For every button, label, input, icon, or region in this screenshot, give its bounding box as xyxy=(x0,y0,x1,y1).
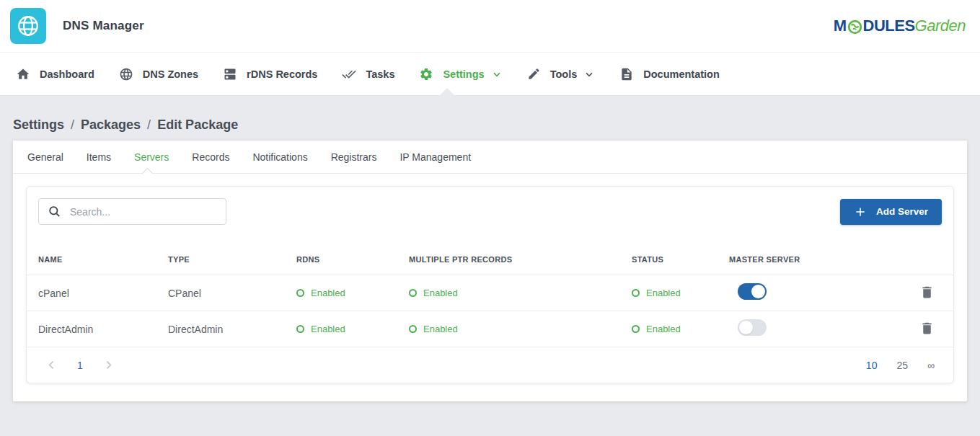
main-navbar: Dashboard DNS Zones rDNS Records Tasks S… xyxy=(0,52,980,96)
chevron-down-icon xyxy=(491,68,503,80)
table-header-row: NAME TYPE RDNS MULTIPLE PTR RECORDS STAT… xyxy=(27,244,953,275)
enabled-ring-icon xyxy=(409,289,417,297)
breadcrumb-packages[interactable]: Packages xyxy=(81,117,141,132)
logo-text-dules: DULES xyxy=(863,17,915,35)
chevron-down-icon xyxy=(583,68,595,80)
nav-item-tasks[interactable]: Tasks xyxy=(330,53,407,95)
breadcrumb-settings[interactable]: Settings xyxy=(13,117,64,132)
toggle-knob xyxy=(739,321,753,334)
column-header-name: NAME xyxy=(38,255,168,264)
gear-icon xyxy=(419,67,433,81)
tab-general[interactable]: General xyxy=(16,151,75,163)
toggle-knob xyxy=(751,285,765,298)
page-size-all[interactable]: ∞ xyxy=(927,360,935,371)
column-header-master-server: MASTER SERVER xyxy=(729,255,886,264)
column-header-type: TYPE xyxy=(168,255,296,264)
delete-server-button[interactable] xyxy=(918,283,936,303)
column-header-rdns: RDNS xyxy=(296,255,409,264)
table-row-directadmin: DirectAdmin DirectAdmin Enabled Enabled … xyxy=(27,311,953,347)
nav-item-rdns-records[interactable]: rDNS Records xyxy=(211,53,330,95)
breadcrumb-edit-package: Edit Package xyxy=(157,117,238,132)
page-number[interactable]: 1 xyxy=(77,360,83,371)
breadcrumb: Settings/Packages/Edit Package xyxy=(13,96,967,141)
add-server-button[interactable]: Add Server xyxy=(840,199,942,225)
previous-page-button[interactable] xyxy=(45,359,58,371)
plus-icon xyxy=(854,205,867,218)
chevron-right-icon xyxy=(102,359,115,371)
nav-item-settings[interactable]: Settings xyxy=(407,53,514,95)
page-size-10[interactable]: 10 xyxy=(866,360,878,371)
master-server-cell xyxy=(729,283,886,303)
breadcrumb-separator: / xyxy=(64,117,81,132)
double-check-icon xyxy=(342,67,356,81)
enabled-ring-icon xyxy=(632,289,640,297)
server-type: DirectAdmin xyxy=(168,324,296,335)
servers-toolbar: Add Server xyxy=(27,187,953,244)
active-nav-pointer xyxy=(439,88,455,96)
home-icon xyxy=(16,67,30,81)
nav-item-documentation[interactable]: Documentation xyxy=(607,53,732,95)
next-page-button[interactable] xyxy=(102,359,115,371)
logo-text-garden: Garden xyxy=(915,17,966,35)
master-server-toggle[interactable] xyxy=(738,283,767,300)
tab-items[interactable]: Items xyxy=(75,151,123,163)
pagination-pages: 1 xyxy=(45,359,115,371)
server-status: Enabled xyxy=(632,288,729,298)
enabled-ring-icon xyxy=(632,325,640,333)
breadcrumb-separator: / xyxy=(141,117,157,132)
master-server-toggle[interactable] xyxy=(738,319,767,336)
table-row-cpanel: cPanel CPanel Enabled Enabled Enabled xyxy=(27,275,953,311)
server-status: Enabled xyxy=(632,324,729,334)
globe-icon xyxy=(119,67,133,81)
column-header-status: STATUS xyxy=(632,255,729,264)
enabled-ring-icon xyxy=(409,325,417,333)
logo-globe-icon xyxy=(847,19,862,35)
nav-item-tools[interactable]: Tools xyxy=(515,53,608,95)
tab-servers[interactable]: Servers xyxy=(123,151,180,163)
chevron-left-icon xyxy=(45,359,58,371)
page-title: DNS Manager xyxy=(63,19,144,33)
edit-package-card: General Items Servers Records Notificati… xyxy=(13,141,967,401)
server-name: DirectAdmin xyxy=(38,324,168,335)
tab-records[interactable]: Records xyxy=(180,151,241,163)
active-tab-pointer xyxy=(142,168,154,179)
server-name: cPanel xyxy=(38,288,168,299)
app-header: DNS Manager M DULES Garden xyxy=(0,0,980,52)
search-input[interactable] xyxy=(70,206,217,218)
package-tabs: General Items Servers Records Notificati… xyxy=(13,141,967,174)
row-actions xyxy=(886,283,942,303)
page-size-25[interactable]: 25 xyxy=(896,360,908,371)
dns-icon xyxy=(223,67,237,81)
trash-icon xyxy=(919,321,935,336)
rdns-status: Enabled xyxy=(296,288,409,298)
search-icon xyxy=(48,205,61,218)
delete-server-button[interactable] xyxy=(918,319,936,339)
modulesgarden-logo: M DULES Garden xyxy=(834,17,966,35)
row-actions xyxy=(886,319,942,339)
document-icon xyxy=(619,67,634,81)
nav-item-dns-zones[interactable]: DNS Zones xyxy=(107,53,211,95)
pagination: 1 10 25 ∞ xyxy=(27,347,953,383)
logo-text-m: M xyxy=(834,17,847,35)
master-server-cell xyxy=(729,319,886,339)
tab-ip-management[interactable]: IP Management xyxy=(388,151,482,163)
dns-manager-globe-icon xyxy=(10,8,46,44)
multiple-ptr-status: Enabled xyxy=(409,324,632,334)
page-size-options: 10 25 ∞ xyxy=(866,360,935,371)
multiple-ptr-status: Enabled xyxy=(409,288,632,298)
page-content: Settings/Packages/Edit Package General I… xyxy=(0,96,980,401)
enabled-ring-icon xyxy=(296,289,304,297)
nav-item-dashboard[interactable]: Dashboard xyxy=(4,53,107,95)
servers-panel: Add Server NAME TYPE RDNS MULTIPLE PTR R… xyxy=(26,186,954,383)
search-box xyxy=(38,198,226,225)
rdns-status: Enabled xyxy=(296,324,409,334)
pencil-icon xyxy=(527,67,541,81)
enabled-ring-icon xyxy=(296,325,304,333)
tab-notifications[interactable]: Notifications xyxy=(241,151,319,163)
server-type: CPanel xyxy=(168,288,296,299)
column-header-multiple-ptr: MULTIPLE PTR RECORDS xyxy=(409,255,632,264)
trash-icon xyxy=(919,285,935,300)
tab-registrars[interactable]: Registrars xyxy=(319,151,389,163)
